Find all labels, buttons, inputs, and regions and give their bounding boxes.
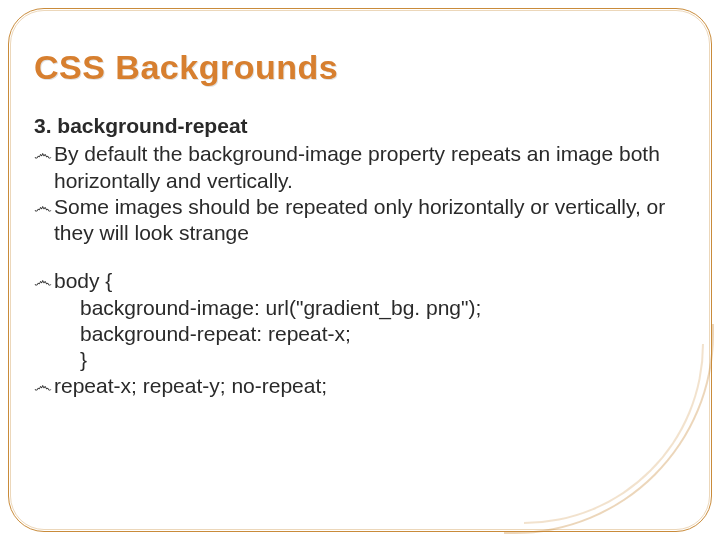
- section-number-heading: 3. background-repeat: [34, 113, 686, 139]
- bullet-glyph-icon: ෴: [34, 141, 52, 167]
- bullet-item: ෴ repeat-x; repeat-y; no-repeat;: [34, 373, 686, 399]
- bullet-text: By default the background-image property…: [54, 141, 686, 194]
- code-line: }: [80, 347, 686, 373]
- bullet-glyph-icon: ෴: [34, 194, 52, 220]
- bullet-text: Some images should be repeated only hori…: [54, 194, 686, 247]
- spacer: [34, 246, 686, 268]
- code-line: body {: [54, 268, 686, 294]
- bullet-glyph-icon: ෴: [34, 268, 52, 294]
- bullet-glyph-icon: ෴: [34, 373, 52, 399]
- body-text: 3. background-repeat ෴ By default the ba…: [34, 113, 686, 400]
- code-line: background-image: url("gradient_bg. png"…: [80, 295, 686, 321]
- bullet-item: ෴ Some images should be repeated only ho…: [34, 194, 686, 247]
- slide: CSS Backgrounds 3. background-repeat ෴ B…: [0, 0, 720, 540]
- code-line: background-repeat: repeat-x;: [80, 321, 686, 347]
- slide-title: CSS Backgrounds: [34, 48, 686, 87]
- bullet-text: repeat-x; repeat-y; no-repeat;: [54, 373, 686, 399]
- bullet-item: ෴ body {: [34, 268, 686, 294]
- content-area: CSS Backgrounds 3. background-repeat ෴ B…: [34, 24, 686, 516]
- bullet-item: ෴ By default the background-image proper…: [34, 141, 686, 194]
